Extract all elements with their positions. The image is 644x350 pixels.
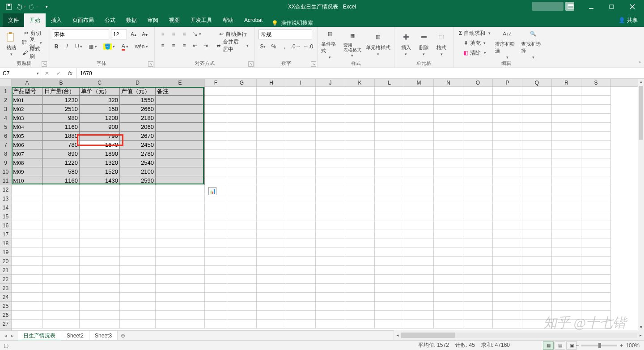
cell[interactable]	[493, 221, 522, 230]
cell[interactable]	[286, 185, 316, 194]
cell[interactable]	[552, 167, 581, 176]
cell[interactable]	[581, 239, 611, 248]
cell[interactable]	[375, 123, 404, 132]
row-header[interactable]: 13	[0, 194, 11, 203]
cell[interactable]	[80, 221, 120, 230]
cell[interactable]	[434, 167, 463, 176]
cell[interactable]: 备注	[156, 87, 205, 96]
cell[interactable]	[552, 87, 581, 96]
cell[interactable]: 1220	[43, 158, 80, 167]
cell[interactable]	[156, 167, 205, 176]
cell[interactable]	[463, 320, 493, 329]
cell[interactable]	[12, 194, 43, 203]
cell[interactable]	[375, 257, 404, 266]
cell[interactable]	[493, 176, 522, 185]
collapse-ribbon-icon[interactable]: ˄	[639, 61, 641, 67]
cell[interactable]	[227, 302, 257, 311]
column-header[interactable]: A	[12, 79, 43, 86]
cell[interactable]	[257, 275, 286, 284]
row-header[interactable]: 6	[0, 132, 11, 141]
cell[interactable]	[375, 203, 404, 212]
close-icon[interactable]	[623, 0, 642, 13]
cell[interactable]	[257, 158, 286, 167]
cell[interactable]	[156, 203, 205, 212]
cell[interactable]	[205, 167, 227, 176]
cell[interactable]	[552, 96, 581, 105]
cell[interactable]	[156, 248, 205, 257]
column-header[interactable]: O	[463, 79, 493, 86]
cell[interactable]	[227, 293, 257, 302]
cell[interactable]: 1880	[43, 132, 80, 141]
cell[interactable]	[227, 132, 257, 141]
cell[interactable]	[205, 96, 227, 105]
cell[interactable]	[345, 248, 375, 257]
cell[interactable]	[316, 275, 345, 284]
cell[interactable]	[552, 149, 581, 158]
row-header[interactable]: 14	[0, 203, 11, 212]
cell[interactable]: 1200	[80, 114, 120, 123]
column-header[interactable]: E	[156, 79, 205, 86]
cell[interactable]	[463, 248, 493, 257]
cell[interactable]	[286, 87, 316, 96]
cell[interactable]	[316, 212, 345, 221]
cell[interactable]	[286, 96, 316, 105]
name-box[interactable]: C7▾	[0, 68, 41, 78]
cell[interactable]: 900	[80, 123, 120, 132]
cell[interactable]	[316, 311, 345, 320]
cell[interactable]	[227, 185, 257, 194]
cell[interactable]	[493, 149, 522, 158]
cell[interactable]	[43, 266, 80, 275]
share-button[interactable]: 👤 共享	[619, 13, 638, 27]
cell[interactable]	[227, 194, 257, 203]
redo-icon[interactable]: ▾	[29, 2, 39, 12]
tab-review[interactable]: 审阅	[142, 13, 164, 27]
delete-cells-button[interactable]: ➖删除▾	[416, 30, 432, 56]
row-header[interactable]: 1	[0, 87, 11, 96]
row-header[interactable]: 25	[0, 302, 11, 311]
cell[interactable]	[522, 123, 552, 132]
cell[interactable]	[205, 302, 227, 311]
cell[interactable]	[581, 266, 611, 275]
cell[interactable]	[552, 141, 581, 149]
cell[interactable]	[552, 185, 581, 194]
cell[interactable]	[43, 320, 80, 329]
cell[interactable]	[434, 114, 463, 123]
cell[interactable]	[375, 185, 404, 194]
vertical-scrollbar[interactable]: ▲ ▼	[638, 79, 644, 330]
cell[interactable]	[552, 203, 581, 212]
cell[interactable]	[156, 194, 205, 203]
cell[interactable]	[434, 293, 463, 302]
cell[interactable]	[120, 203, 156, 212]
cell[interactable]	[286, 311, 316, 320]
cell[interactable]	[404, 257, 434, 266]
cell[interactable]	[80, 284, 120, 293]
cell[interactable]	[257, 141, 286, 149]
cell[interactable]	[404, 284, 434, 293]
cell[interactable]	[80, 248, 120, 257]
cell[interactable]	[156, 284, 205, 293]
column-header[interactable]: B	[43, 79, 80, 86]
cell[interactable]	[120, 284, 156, 293]
cell[interactable]: 790	[80, 132, 120, 141]
cell[interactable]	[434, 230, 463, 239]
cell[interactable]	[375, 141, 404, 149]
cell[interactable]	[493, 311, 522, 320]
cell[interactable]	[581, 96, 611, 105]
cell[interactable]	[286, 158, 316, 167]
cell[interactable]	[493, 275, 522, 284]
fx-icon[interactable]: fx	[64, 70, 76, 77]
clear-button[interactable]: ◧清除▾	[457, 48, 493, 57]
cell[interactable]	[463, 123, 493, 132]
cell[interactable]	[286, 212, 316, 221]
cell[interactable]	[404, 302, 434, 311]
cell[interactable]	[205, 230, 227, 239]
cell[interactable]	[404, 132, 434, 141]
cell[interactable]	[345, 311, 375, 320]
cell[interactable]	[257, 212, 286, 221]
indent-increase-button[interactable]: ⇥	[201, 41, 210, 50]
cell[interactable]	[156, 123, 205, 132]
cell[interactable]	[80, 266, 120, 275]
cell[interactable]	[316, 87, 345, 96]
cell[interactable]	[493, 105, 522, 114]
cell[interactable]	[227, 257, 257, 266]
